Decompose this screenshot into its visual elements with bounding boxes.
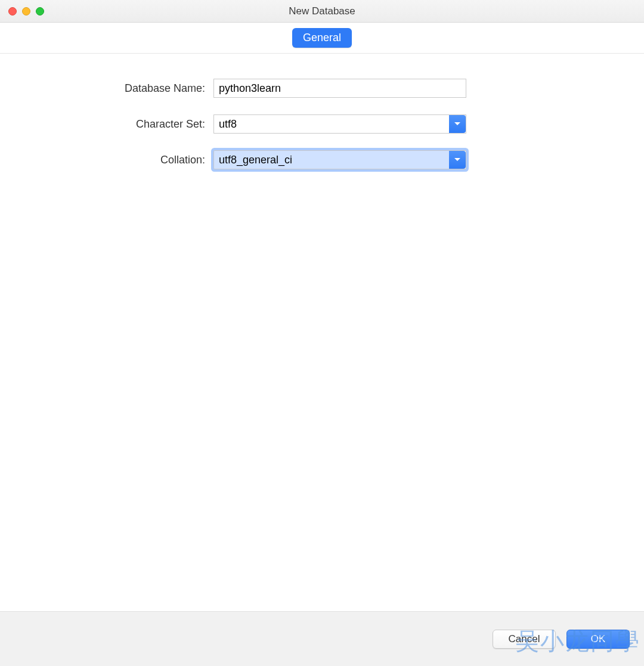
row-collation: Collation:	[0, 150, 644, 169]
collation-input[interactable]	[214, 151, 449, 169]
character-set-input[interactable]	[214, 115, 449, 133]
minimize-icon[interactable]	[22, 7, 30, 16]
character-set-combo[interactable]	[213, 114, 466, 134]
titlebar: New Database	[0, 0, 644, 23]
form-area: Database Name: Character Set: Collation:	[0, 54, 644, 169]
database-name-input[interactable]	[213, 79, 466, 98]
close-icon[interactable]	[8, 7, 17, 16]
collation-combo[interactable]	[213, 150, 466, 169]
tab-general[interactable]: General	[292, 28, 352, 48]
footer: Cancel OK	[0, 611, 644, 666]
window-title: New Database	[0, 5, 644, 17]
window-controls	[8, 7, 44, 16]
row-database-name: Database Name:	[0, 79, 644, 98]
tab-bar: General	[0, 23, 644, 54]
row-character-set: Character Set:	[0, 114, 644, 134]
label-database-name: Database Name:	[0, 82, 213, 95]
label-collation: Collation:	[0, 154, 213, 166]
cancel-button[interactable]: Cancel	[493, 630, 556, 649]
label-character-set: Character Set:	[0, 118, 213, 131]
chevron-down-icon[interactable]	[449, 115, 466, 133]
ok-button[interactable]: OK	[566, 630, 630, 649]
maximize-icon[interactable]	[36, 7, 44, 16]
chevron-down-icon[interactable]	[449, 151, 466, 169]
